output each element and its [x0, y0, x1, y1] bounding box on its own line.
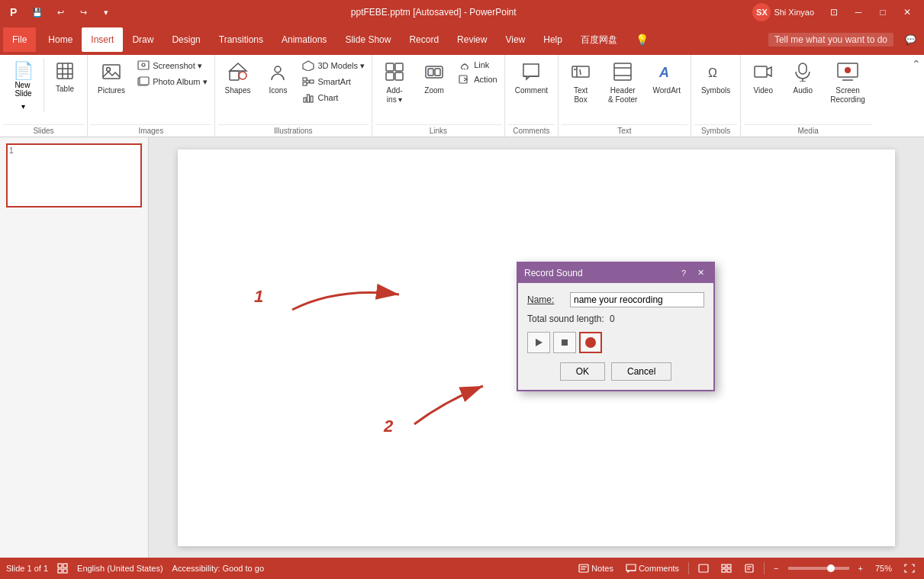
- menu-item-help[interactable]: Help: [534, 27, 571, 52]
- table-btn[interactable]: Table: [46, 58, 84, 98]
- name-input[interactable]: [570, 292, 704, 307]
- shapes-btn[interactable]: Shapes: [218, 58, 258, 99]
- fit-to-window-btn[interactable]: [901, 562, 918, 574]
- screenshot-btn[interactable]: Screenshot ▾: [134, 58, 211, 73]
- reading-view-btn[interactable]: [741, 562, 758, 574]
- menu-item-home[interactable]: Home: [39, 27, 82, 52]
- textbox-btn[interactable]: TextBox: [562, 58, 600, 108]
- menu-item-insert[interactable]: Insert: [82, 27, 123, 52]
- text-group-label: Text: [562, 124, 687, 137]
- slide-structure-btn[interactable]: [57, 563, 68, 574]
- zoom-level[interactable]: 75%: [872, 562, 895, 574]
- zoom-slider[interactable]: [788, 567, 849, 570]
- app-icon: P: [6, 4, 23, 21]
- zoom-btn[interactable]: Zoom: [415, 58, 453, 99]
- undo-btn[interactable]: ↩: [52, 4, 69, 21]
- svg-rect-55: [63, 564, 67, 568]
- dialog-title-bar: Record Sound ? ✕: [518, 263, 713, 283]
- shapes-label: Shapes: [225, 86, 251, 95]
- minimize-btn[interactable]: ─: [848, 4, 869, 21]
- menu-item-transitions[interactable]: Transitions: [210, 27, 272, 52]
- sound-length-row: Total sound length: 0: [527, 314, 704, 324]
- record-sound-dialog[interactable]: Record Sound ? ✕ Name: Total sound lengt…: [517, 262, 715, 391]
- menu-item-slideshow[interactable]: Slide Show: [336, 27, 400, 52]
- dialog-close-btn[interactable]: ✕: [694, 266, 707, 280]
- chart-btn[interactable]: Chart: [298, 90, 369, 105]
- symbols-btn[interactable]: Ω Symbols: [694, 58, 737, 99]
- menu-item-lightbulb: 💡: [626, 27, 658, 52]
- stop-btn[interactable]: [553, 332, 576, 353]
- wordart-btn[interactable]: A WordArt: [646, 58, 687, 99]
- ribbon-group-comments-items: Comment: [508, 58, 555, 124]
- ribbon-group-slides: 📄 NewSlide ▾ Table: [0, 55, 88, 137]
- action-btn[interactable]: Action: [455, 72, 501, 86]
- zoom-in-btn[interactable]: +: [855, 562, 866, 574]
- sound-length-label: Total sound length:: [527, 314, 604, 324]
- menu-item-review[interactable]: Review: [448, 27, 496, 52]
- link-btn[interactable]: Link: [455, 58, 501, 72]
- redo-btn[interactable]: ↪: [75, 4, 92, 21]
- menu-item-draw[interactable]: Draw: [123, 27, 163, 52]
- svg-point-8: [107, 68, 111, 72]
- zoom-out-btn[interactable]: −: [771, 562, 781, 574]
- menu-item-baidu[interactable]: 百度网盘: [571, 27, 626, 52]
- user-badge[interactable]: SX: [752, 3, 771, 21]
- dialog-help-btn[interactable]: ?: [677, 266, 691, 280]
- screen-recording-btn[interactable]: ScreenRecording: [823, 58, 872, 108]
- menu-bar: File Home Insert Draw Design Transitions…: [0, 24, 924, 55]
- new-slide-top[interactable]: 📄 NewSlide: [7, 58, 40, 101]
- icons-btn[interactable]: Icons: [259, 58, 297, 99]
- pictures-btn[interactable]: Pictures: [91, 58, 132, 99]
- header-footer-btn[interactable]: Header& Footer: [601, 58, 644, 108]
- svg-text:Ω: Ω: [708, 66, 717, 79]
- ribbon-collapse-btn[interactable]: ⌃: [909, 55, 924, 137]
- language: English (United States): [77, 564, 163, 573]
- comments-status-btn[interactable]: Comments: [623, 562, 682, 574]
- slide-sorter-btn[interactable]: [718, 562, 735, 574]
- addins-btn[interactable]: Add-ins ▾: [375, 58, 414, 108]
- svg-rect-66: [745, 565, 753, 572]
- menu-item-file[interactable]: File: [3, 27, 36, 52]
- table-icon: [56, 62, 74, 83]
- audio-btn[interactable]: Audio: [784, 58, 822, 99]
- record-btn[interactable]: [579, 332, 602, 353]
- ribbon-group-slides-items: 📄 NewSlide ▾ Table: [3, 58, 84, 124]
- annotation-1: 1: [254, 287, 263, 307]
- cancel-btn[interactable]: Cancel: [611, 362, 671, 381]
- smartart-btn[interactable]: SmartArt: [298, 74, 369, 89]
- new-slide-dropdown[interactable]: ▾: [3, 101, 43, 112]
- svg-rect-28: [386, 72, 394, 80]
- menu-item-design[interactable]: Design: [163, 27, 209, 52]
- comment-btn[interactable]: Comment: [508, 58, 555, 99]
- svg-rect-65: [727, 569, 731, 572]
- video-btn[interactable]: Video: [744, 58, 782, 99]
- menu-item-record[interactable]: Record: [400, 27, 448, 52]
- ribbon-display-btn[interactable]: ⊡: [823, 4, 845, 21]
- menu-item-animations[interactable]: Animations: [272, 27, 336, 52]
- links-group-label: Links: [375, 124, 501, 137]
- tell-me-box[interactable]: Tell me what you want to do: [768, 33, 893, 47]
- zoom-thumb[interactable]: [827, 565, 835, 572]
- svg-rect-2: [57, 63, 72, 79]
- links-small-group: Link Action: [455, 58, 501, 86]
- svg-line-22: [307, 82, 310, 84]
- close-btn[interactable]: ✕: [897, 4, 918, 21]
- notes-btn[interactable]: Notes: [575, 562, 617, 574]
- save-btn[interactable]: 💾: [29, 4, 46, 21]
- header-footer-icon: [613, 62, 633, 85]
- restore-btn[interactable]: □: [872, 4, 893, 21]
- ribbon-group-text: TextBox Header& Footer A: [559, 55, 691, 137]
- menu-item-view[interactable]: View: [496, 27, 534, 52]
- play-btn[interactable]: [527, 332, 550, 353]
- 3d-models-btn[interactable]: 3D Models ▾: [298, 58, 369, 73]
- comments-btn[interactable]: 💬: [900, 31, 921, 48]
- action-label: Action: [474, 75, 497, 84]
- slide-thumbnail-1[interactable]: 1: [6, 143, 142, 207]
- divider-2: [764, 562, 765, 574]
- photo-album-btn[interactable]: Photo Album ▾: [134, 74, 211, 89]
- customize-qat-btn[interactable]: ▾: [98, 4, 114, 21]
- ok-btn[interactable]: OK: [560, 362, 605, 381]
- normal-view-btn[interactable]: [695, 562, 712, 574]
- new-slide-btn[interactable]: 📄 NewSlide ▾: [3, 58, 44, 112]
- content-area: 1 1 2: [0, 137, 924, 558]
